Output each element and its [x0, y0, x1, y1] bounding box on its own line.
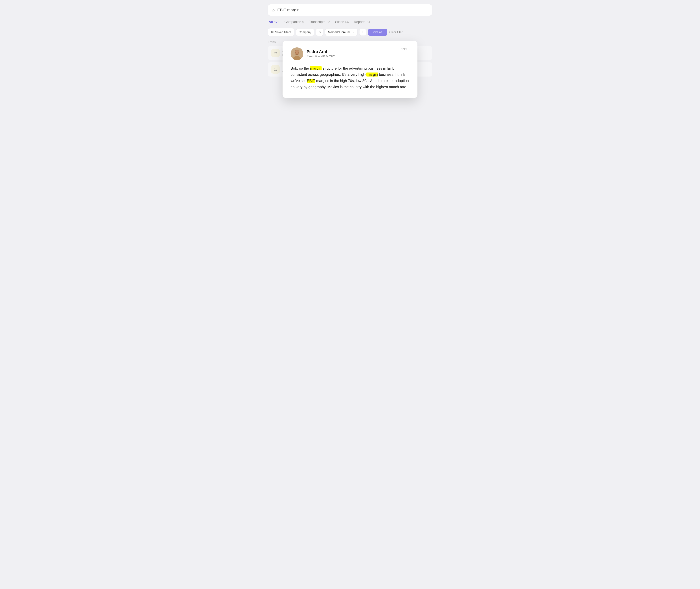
- highlight-ebit: EBIT: [307, 79, 315, 83]
- remove-filter-icon[interactable]: ✕: [353, 31, 355, 34]
- tab-count-transcripts: 82: [326, 20, 330, 24]
- clear-filter-button[interactable]: Clear filter: [389, 31, 403, 34]
- plus-icon: +: [362, 30, 364, 34]
- save-as-button[interactable]: Save as..: [368, 29, 388, 36]
- operator-label: is: [319, 31, 321, 34]
- person-name: Pedro Arnt: [307, 49, 335, 54]
- tab-all[interactable]: All172: [269, 19, 279, 25]
- tab-count-companies: 0: [302, 20, 304, 24]
- avatar: [291, 47, 303, 60]
- tab-count-slides: 56: [345, 20, 349, 24]
- saved-filters-button[interactable]: ⊞ Saved filters: [268, 28, 294, 36]
- highlight-margin-1: margin: [310, 66, 321, 70]
- tab-slides[interactable]: Slides56: [335, 19, 349, 25]
- tab-count-reports: 34: [367, 20, 370, 24]
- filter-value-label: MercadoLibre Inc: [328, 31, 351, 34]
- tab-count-all: 172: [274, 20, 279, 24]
- search-icon: ⌕: [272, 8, 275, 12]
- add-filter-button[interactable]: +: [359, 29, 366, 36]
- tab-label-all: All: [269, 20, 273, 24]
- result-icon: 🗂: [271, 49, 280, 57]
- tab-companies[interactable]: Companies0: [284, 19, 304, 25]
- tab-reports[interactable]: Reports34: [354, 19, 370, 25]
- svg-point-6: [296, 53, 297, 53]
- layers-icon: ⊞: [271, 30, 274, 34]
- filter-tabs: All172Companies0Transcripts82Slides56Rep…: [268, 19, 432, 25]
- popup-timestamp: 19:10: [401, 47, 409, 51]
- tab-label-reports: Reports: [354, 20, 365, 24]
- tab-transcripts[interactable]: Transcripts82: [309, 19, 330, 25]
- filter-value-tag[interactable]: MercadoLibre Inc ✕: [325, 29, 358, 36]
- company-filter-label: Company: [299, 31, 311, 34]
- filter-row: ⊞ Saved filters Company is MercadoLibre …: [268, 28, 432, 36]
- operator-tag[interactable]: is: [316, 29, 323, 36]
- popup-header: Pedro Arnt Executive VP & CFO 19:10: [291, 47, 409, 60]
- popup-card: Pedro Arnt Executive VP & CFO 19:10 Bob,…: [283, 41, 417, 98]
- person-title: Executive VP & CFO: [307, 55, 335, 58]
- search-query: EBIT margin: [277, 8, 299, 12]
- saved-filters-label: Saved filters: [275, 31, 291, 34]
- tab-label-transcripts: Transcripts: [309, 20, 325, 24]
- svg-point-5: [298, 52, 299, 52]
- popup-person-info: Pedro Arnt Executive VP & CFO: [307, 49, 335, 58]
- company-filter-tag[interactable]: Company: [296, 29, 314, 36]
- tab-label-slides: Slides: [335, 20, 344, 24]
- highlight-margin-2: margin: [367, 72, 378, 76]
- search-bar: ⌕ EBIT margin: [268, 4, 432, 16]
- svg-point-4: [295, 52, 296, 52]
- popup-person: Pedro Arnt Executive VP & CFO: [291, 47, 335, 60]
- result-icon-2: 🗂: [271, 65, 280, 73]
- tab-label-companies: Companies: [284, 20, 301, 24]
- popup-body: Bob, so the margin structure for the adv…: [291, 65, 409, 90]
